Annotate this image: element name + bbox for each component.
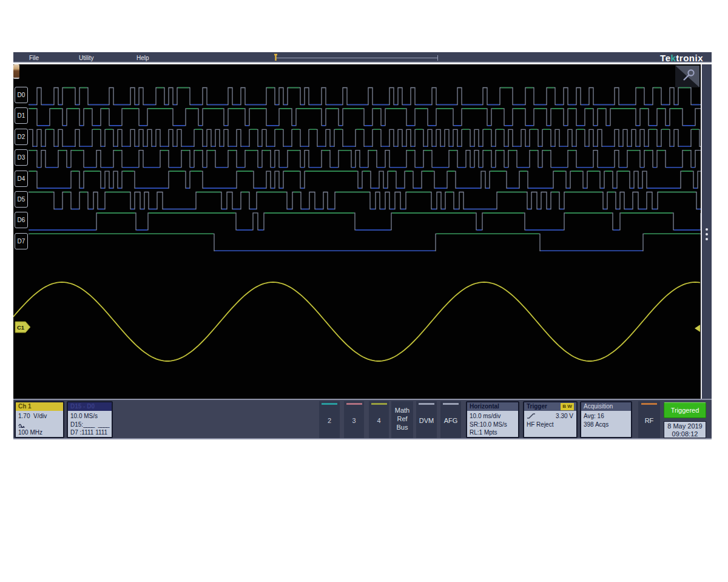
svg-text:C1: C1 bbox=[17, 324, 25, 331]
